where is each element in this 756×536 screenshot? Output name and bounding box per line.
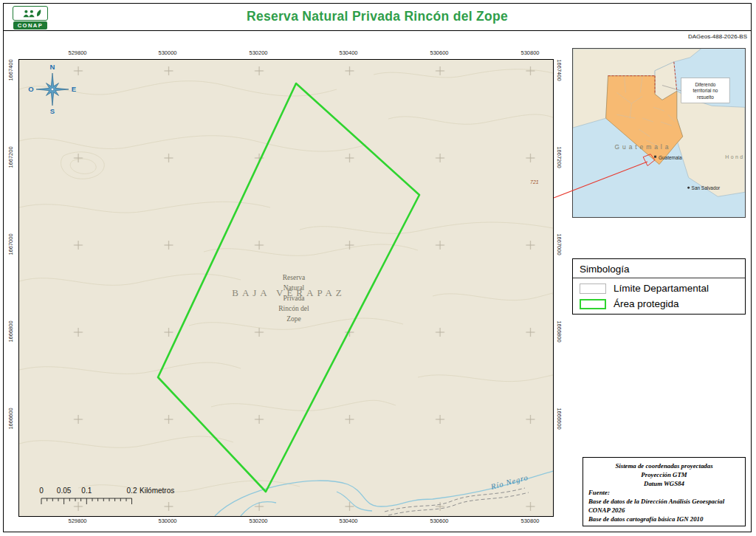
departmental-boundary-swatch (580, 284, 606, 294)
territorial-note-line: territorial no (693, 88, 718, 93)
conap-logo-label: CONAP (13, 21, 48, 30)
header: CONAP Reserva Natural Privada Rincón del… (3, 3, 752, 31)
scale-tick-label: 0.05 (57, 487, 72, 495)
grid-label-left: 1667000 (7, 222, 15, 267)
compass-e-label: E (72, 85, 76, 93)
conap-map-sheet: CONAP Reserva Natural Privada Rincón del… (0, 0, 756, 536)
scale-unit-label: Kilómetros (140, 487, 174, 495)
capital-city-label: Guatemala (659, 155, 682, 160)
credits-box: Sistema de coordenadas proyectadas Proye… (583, 457, 746, 526)
source-heading: Fuente: (588, 488, 740, 497)
scale-tick-label: 0 (39, 487, 44, 495)
elevation-label: 721 (530, 179, 539, 185)
grid-label-top: 530200 (236, 49, 281, 57)
reserve-name-line: Reserva (283, 274, 306, 281)
grid-label-bottom: 530200 (236, 518, 281, 525)
document-id: DAGeos-488-2026-BS (688, 33, 747, 40)
grid-label-left: 1666600 (7, 396, 15, 441)
grid-label-right: 1666800 (555, 309, 563, 354)
protected-area-swatch (580, 299, 606, 309)
grid-label-bottom: 530400 (326, 518, 371, 525)
compass-o-label: O (28, 85, 33, 93)
inset-canvas: Diferendo territorial no resuelto Guatem… (573, 49, 745, 217)
scale-tick-label: 0.2 (127, 487, 137, 495)
grid-label-top: 529800 (55, 49, 100, 57)
source-line: CONAP 2026 (588, 506, 740, 515)
legend-item-label: Límite Departamental (614, 283, 709, 294)
grid-label-right: 1666600 (555, 396, 563, 441)
reserve-name-line: Rincón del (278, 305, 309, 312)
grid-label-left: 1667200 (7, 135, 15, 179)
legend-item-protected: Área protegida (573, 294, 745, 309)
scale-tick-label: 0.1 (81, 487, 92, 495)
map-title: Reserva Natural Privada Rincón del Zope (3, 9, 752, 24)
honduras-label: Honduras (725, 154, 745, 159)
projection-line: Sistema de coordenadas proyectadas (588, 461, 740, 470)
projection-line: Proyección GTM (588, 470, 740, 479)
compass-n-label: N (50, 63, 55, 71)
grid-label-bottom: 530000 (145, 518, 190, 525)
grid-label-right: 1667000 (555, 222, 563, 267)
grid-label-left: 1667400 (7, 48, 15, 92)
capital-city-marker (654, 156, 656, 158)
territorial-note-line: Diferendo (695, 82, 715, 87)
grid-label-top: 530800 (508, 49, 552, 57)
map-canvas: BAJA VERAPAZ Reserva Natural Privada Rin… (19, 60, 553, 516)
san-salvador-marker (687, 187, 690, 189)
reserve-name-line: Privada (283, 295, 305, 302)
grid-label-right: 1667200 (555, 135, 563, 179)
grid-label-top: 530400 (326, 49, 371, 57)
grid-label-bottom: 530800 (508, 518, 552, 525)
grid-label-bottom: 529800 (55, 518, 100, 525)
inset-map: Diferendo territorial no resuelto Guatem… (572, 48, 746, 218)
territorial-note-line: resuelto (697, 95, 714, 100)
grid-label-top: 530600 (417, 49, 461, 57)
compass-center (51, 88, 54, 91)
compass-s-label: S (50, 107, 55, 115)
legend-item-departmental: Límite Departamental (573, 278, 745, 294)
source-line: Base de datos de la Dirección Análisis G… (588, 497, 740, 506)
projection-line: Datum WGS84 (588, 479, 740, 488)
reserve-name-line: Natural (284, 284, 305, 292)
main-map: BAJA VERAPAZ Reserva Natural Privada Rin… (18, 59, 554, 517)
grid-label-left: 1666800 (7, 309, 15, 354)
conap-logo: CONAP (10, 6, 50, 30)
conap-logo-icon (13, 6, 48, 21)
legend: Simbología Límite Departamental Área pro… (572, 258, 746, 315)
country-name-label: Guatemala (615, 143, 672, 151)
grid-label-top: 530000 (145, 49, 190, 57)
legend-title: Simbología (573, 259, 745, 278)
grid-label-bottom: 530600 (417, 518, 461, 525)
san-salvador-label: San Salvador (692, 185, 721, 190)
reserve-name-line: Zope (286, 315, 301, 323)
legend-item-label: Área protegida (614, 298, 679, 309)
conap-emblem-icon (16, 8, 45, 19)
grid-label-right: 1667400 (555, 48, 563, 92)
source-line: Base de datos cartografía básica IGN 201… (588, 515, 740, 523)
